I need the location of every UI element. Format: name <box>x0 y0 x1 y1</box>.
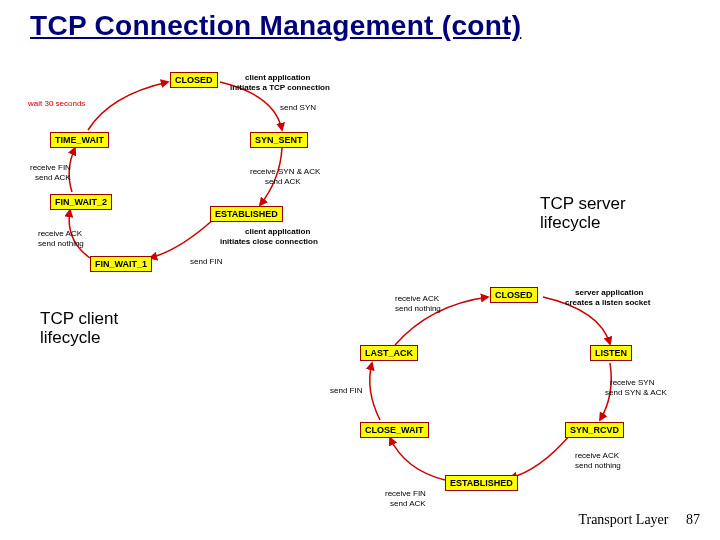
client-recv-ack-2: send nothing <box>38 240 84 249</box>
state-established-client: ESTABLISHED <box>210 206 283 222</box>
server-recv-ack-3: receive ACK <box>395 295 439 304</box>
state-syn-sent: SYN_SENT <box>250 132 308 148</box>
client-recv-ack-1: receive ACK <box>38 230 82 239</box>
server-init-2: creates a listen socket <box>565 299 650 308</box>
client-close-2: initiates close connection <box>220 238 318 247</box>
server-recv-ack-1: receive ACK <box>575 452 619 461</box>
server-recv-fin-2: send ACK <box>390 500 426 509</box>
state-fin-wait-2: FIN_WAIT_2 <box>50 194 112 210</box>
state-established-server: ESTABLISHED <box>445 475 518 491</box>
state-time-wait: TIME_WAIT <box>50 132 109 148</box>
client-close-1: client application <box>245 228 310 237</box>
server-recv-fin-1: receive FIN <box>385 490 426 499</box>
page-number: 87 <box>686 512 700 527</box>
slide-title: TCP Connection Management (cont) <box>30 10 521 42</box>
footer-text: Transport Layer <box>578 512 668 527</box>
state-closed-server: CLOSED <box>490 287 538 303</box>
server-init-1: server application <box>575 289 643 298</box>
client-init-2: initiates a TCP connection <box>230 84 330 93</box>
server-recv-ack-2: send nothing <box>575 462 621 471</box>
caption-server: TCP server lifecycle <box>540 195 626 232</box>
caption-client: TCP client lifecycle <box>40 310 118 347</box>
server-recv-syn-1: receive SYN <box>610 379 654 388</box>
client-recv-fin-1: receive FIN <box>30 164 71 173</box>
state-closed-client: CLOSED <box>170 72 218 88</box>
client-recv-synack-2: send ACK <box>265 178 301 187</box>
state-close-wait: CLOSE_WAIT <box>360 422 429 438</box>
client-init-1: client application <box>245 74 310 83</box>
state-fin-wait-1: FIN_WAIT_1 <box>90 256 152 272</box>
server-send-fin: send FIN <box>330 387 362 396</box>
client-wait30: wait 30 seconds <box>28 100 85 109</box>
state-last-ack: LAST_ACK <box>360 345 418 361</box>
client-send-fin: send FIN <box>190 258 222 267</box>
slide-footer: Transport Layer 87 <box>578 512 700 528</box>
state-syn-rcvd: SYN_RCVD <box>565 422 624 438</box>
client-send-syn: send SYN <box>280 104 316 113</box>
client-recv-fin-2: send ACK <box>35 174 71 183</box>
server-lifecycle-diagram: CLOSED LISTEN SYN_RCVD ESTABLISHED CLOSE… <box>310 275 705 510</box>
client-lifecycle-diagram: CLOSED SYN_SENT ESTABLISHED FIN_WAIT_1 F… <box>20 60 380 290</box>
server-recv-syn-2: send SYN & ACK <box>605 389 667 398</box>
state-listen: LISTEN <box>590 345 632 361</box>
server-recv-ack-4: send nothing <box>395 305 441 314</box>
client-recv-synack-1: receive SYN & ACK <box>250 168 320 177</box>
